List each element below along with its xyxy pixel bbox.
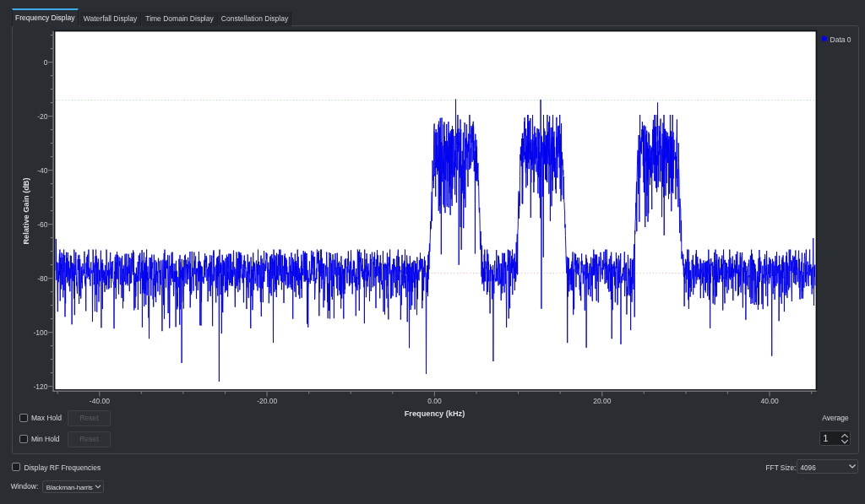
svg-text:Reset: Reset xyxy=(79,414,99,422)
svg-text:FFT Size:: FFT Size: xyxy=(766,463,797,472)
svg-text:-40: -40 xyxy=(37,166,48,175)
svg-text:Waterfall Display: Waterfall Display xyxy=(84,14,138,23)
svg-text:Time Domain Display: Time Domain Display xyxy=(145,14,214,23)
svg-text:-60: -60 xyxy=(37,220,48,229)
svg-text:Window:: Window: xyxy=(11,482,39,490)
svg-text:0: 0 xyxy=(44,58,48,67)
svg-text:Relative Gain (dB): Relative Gain (dB) xyxy=(22,177,30,244)
svg-text:-120: -120 xyxy=(33,382,47,391)
svg-text:Max Hold: Max Hold xyxy=(31,414,62,422)
svg-text:Average: Average xyxy=(822,414,849,422)
svg-text:Reset: Reset xyxy=(79,435,99,443)
svg-text:Data 0: Data 0 xyxy=(830,35,851,44)
svg-text:Display RF Frequencies: Display RF Frequencies xyxy=(24,463,101,472)
svg-text:Blackman-harris: Blackman-harris xyxy=(46,484,93,491)
svg-text:20.00: 20.00 xyxy=(593,397,612,405)
svg-text:-100: -100 xyxy=(33,328,47,337)
svg-text:-40.00: -40.00 xyxy=(90,397,110,405)
svg-text:-20: -20 xyxy=(37,112,48,121)
svg-text:Frequency Display: Frequency Display xyxy=(15,14,75,22)
svg-text:40.00: 40.00 xyxy=(760,397,779,405)
svg-text:Constellation Display: Constellation Display xyxy=(221,14,289,23)
svg-text:Frequency (kHz): Frequency (kHz) xyxy=(405,409,465,418)
svg-text:4096: 4096 xyxy=(801,464,817,472)
svg-text:-80: -80 xyxy=(37,274,48,283)
svg-text:-20.00: -20.00 xyxy=(257,397,277,405)
svg-text:0.00: 0.00 xyxy=(427,397,442,405)
svg-text:1: 1 xyxy=(824,433,829,443)
svg-text:Min Hold: Min Hold xyxy=(31,435,60,443)
